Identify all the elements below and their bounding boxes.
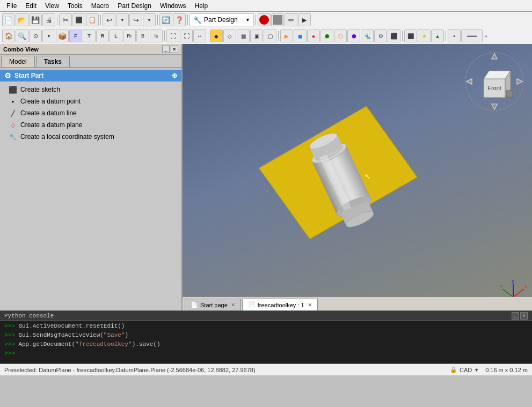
draw-style4[interactable]: ▣ [250, 29, 263, 42]
vp-tab-freecad-close[interactable]: ✕ [308, 302, 312, 308]
create-sketch-item[interactable]: ⬛ Create sketch [0, 84, 181, 95]
stop2-button[interactable] [271, 13, 284, 26]
workbench-dropdown[interactable]: 🔧 Part Design ▼ [190, 13, 254, 26]
menu-tools[interactable]: Tools [63, 1, 87, 11]
stop-button[interactable] [258, 13, 271, 26]
vp-tab-start-label: Start page [200, 302, 228, 308]
create-datum-line-item[interactable]: ╱ Create a datum line [0, 107, 181, 119]
view-top[interactable]: T [83, 29, 96, 42]
py-text-3b: ).save() [132, 341, 161, 347]
combo-view-header: Combo View _ ✕ [0, 44, 181, 55]
pd-btn3[interactable]: ● [307, 29, 320, 42]
vp-tab-freecad[interactable]: 📄 freecadtoolkey : 1 ✕ [242, 299, 318, 310]
vp-tab-start[interactable]: 📄 Start page ✕ [185, 299, 241, 310]
svg-text:Y: Y [500, 284, 503, 289]
pd-btn8[interactable]: ⚙ [374, 29, 387, 42]
menu-help[interactable]: Help [191, 1, 213, 11]
edit-button[interactable]: ✏ [285, 13, 297, 26]
print-button[interactable]: 🖨 [42, 13, 55, 26]
py-text-2a: Gui.SendMsgToActiveView( [18, 332, 103, 338]
pd-btn14[interactable]: ━━━ [461, 29, 483, 42]
view-obj[interactable]: ⊙ [29, 29, 42, 42]
menu-macro[interactable]: Macro [87, 1, 113, 11]
cad-dropdown[interactable]: ▼ [474, 367, 479, 373]
run-button[interactable]: ▶ [298, 13, 311, 26]
view-zoom[interactable]: 🔍 [16, 29, 28, 42]
item-label-point: Create a datum point [20, 98, 81, 105]
menu-windows[interactable]: Windows [156, 1, 191, 11]
datum-plane-icon: ◇ [9, 121, 17, 129]
redo-dropdown[interactable]: ▼ [143, 13, 156, 26]
create-datum-point-item[interactable]: ● Create a datum point [0, 95, 181, 107]
copy-button[interactable]: ⬛ [72, 13, 85, 26]
py-string-2: "Save" [104, 332, 125, 338]
cut-button[interactable]: ✂ [59, 13, 72, 26]
undo-button[interactable]: ↩ [103, 13, 115, 26]
undo-dropdown[interactable]: ▼ [116, 13, 129, 26]
menu-view[interactable]: View [41, 1, 63, 11]
view-left[interactable]: L [110, 29, 122, 42]
view-iso[interactable]: Is [150, 29, 163, 42]
pd-btn4[interactable]: ⬟ [320, 29, 333, 42]
collapse-icon[interactable]: ⊕ [172, 72, 177, 79]
view-front[interactable]: F [69, 29, 82, 42]
navigation-cube[interactable]: Front [462, 49, 527, 114]
create-datum-plane-item[interactable]: ◇ Create a datum plane [0, 119, 181, 131]
vp-tab-start-close[interactable]: ✕ [231, 302, 235, 308]
view-box[interactable]: 📦 [56, 29, 69, 42]
panel-content: ⚙ Start Part ⊕ ⬛ Create sketch ● Create … [0, 68, 181, 310]
py-text-2b: ) [125, 332, 128, 338]
help-button[interactable]: ❓ [173, 13, 186, 26]
pd-btn7[interactable]: 🔩 [361, 29, 374, 42]
menu-partdesign[interactable]: Part Design [113, 1, 156, 11]
view-bot[interactable]: B [136, 29, 149, 42]
view-right[interactable]: R [96, 29, 109, 42]
section-start-part[interactable]: ⚙ Start Part ⊕ [0, 70, 181, 82]
combo-close[interactable]: ✕ [171, 46, 178, 53]
menu-edit[interactable]: Edit [21, 1, 41, 11]
view-dd[interactable]: ▼ [42, 29, 55, 42]
svg-line-17 [513, 289, 524, 297]
pd-btn9[interactable]: ⬛ [388, 29, 400, 42]
redo-button[interactable]: ↪ [129, 13, 142, 26]
pd-btn12[interactable]: ▲ [431, 29, 444, 42]
py-prompt-1: >>> [4, 323, 15, 329]
pd-btn2[interactable]: ◼ [294, 29, 307, 42]
save-button[interactable]: 💾 [29, 13, 42, 26]
combo-minimize[interactable]: _ [162, 46, 170, 53]
view-rear[interactable]: Rr [123, 29, 136, 42]
toolbar-row-1: 📄 📂 💾 🖨 ✂ ⬛ 📋 ↩ ▼ ↪ ▼ 🔄 ❓ 🔧 Part Design … [0, 12, 532, 28]
pd-btn6[interactable]: ⬢ [347, 29, 360, 42]
status-message: Preselected: DatumPlane - freecadtoolkey… [4, 367, 450, 373]
tab-tasks[interactable]: Tasks [36, 56, 70, 67]
svg-text:Z: Z [512, 279, 514, 284]
view-fit-all[interactable]: ⛶ [166, 29, 179, 42]
coord-icon: 🔧 [9, 132, 17, 141]
item-label-line: Create a datum line [20, 109, 77, 117]
draw-style1[interactable]: ◆ [210, 29, 223, 42]
sep3 [157, 14, 158, 25]
view-fit-sel[interactable]: ⛶ [180, 29, 193, 42]
view-home[interactable]: 🏠 [2, 29, 15, 42]
status-right: 🔒 CAD ▼ 0.16 m x 0.12 m [450, 366, 528, 373]
draw-style2[interactable]: ◇ [223, 29, 236, 42]
draw-style5[interactable]: ▢ [264, 29, 276, 42]
refresh-button[interactable]: 🔄 [159, 13, 172, 26]
menu-file[interactable]: File [2, 1, 21, 11]
pd-btn10[interactable]: ⬛ [404, 29, 417, 42]
tab-model[interactable]: Model [1, 56, 35, 67]
py-minimize[interactable]: _ [512, 312, 519, 320]
create-coord-system-item[interactable]: 🔧 Create a local coordinate system [0, 131, 181, 143]
new-button[interactable]: 📄 [2, 13, 15, 26]
py-close[interactable]: ✕ [520, 312, 528, 320]
pd-btn11[interactable]: ★ [418, 29, 431, 42]
paste-button[interactable]: 📋 [86, 13, 99, 26]
pd-btn1[interactable]: ▶ [280, 29, 293, 42]
pd-btn13[interactable]: • [448, 29, 461, 42]
draw-style3[interactable]: ▦ [237, 29, 250, 42]
open-button[interactable]: 📂 [16, 13, 28, 26]
view-sync[interactable]: ↔ [193, 29, 206, 42]
viewport[interactable]: Front [183, 44, 532, 310]
pd-btn5[interactable]: ⬡ [334, 29, 347, 42]
more-tools[interactable]: » [483, 33, 489, 39]
